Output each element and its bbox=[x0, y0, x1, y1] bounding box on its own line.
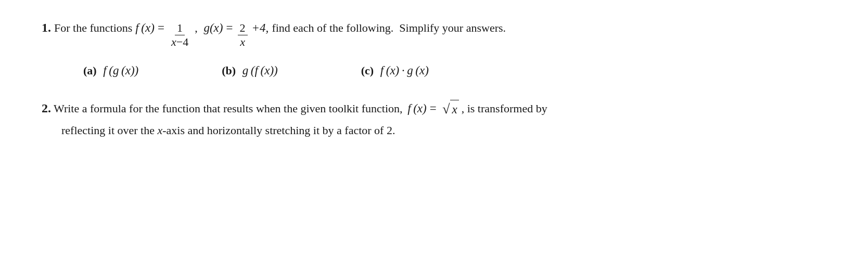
part-a-expr: f (g (x)) bbox=[101, 64, 139, 77]
g-fraction: 2 x bbox=[238, 21, 248, 49]
problem-1-statement: 1. For the functions f (x) = 1 x−4 , g(x… bbox=[42, 21, 826, 49]
g-denominator: x bbox=[238, 35, 247, 49]
f-name: f (x) = bbox=[135, 21, 165, 34]
sqrt-symbol: √ bbox=[442, 102, 450, 116]
f-definition: f (x) = bbox=[135, 21, 165, 35]
problem-2-line1-before: Write a formula for the function that re… bbox=[54, 99, 403, 118]
problem-1-parts: (a) f (g (x)) (b) g (f (x)) (c) f (x) · … bbox=[83, 64, 826, 77]
part-c: (c) f (x) · g (x) bbox=[361, 64, 429, 77]
sqrt-wrapper: √ x bbox=[442, 100, 459, 120]
problem-2-number: 2. bbox=[42, 98, 51, 118]
problem-2-fx: f (x) = √ x bbox=[405, 99, 459, 120]
part-c-label: (c) bbox=[361, 64, 374, 77]
problem-2: 2. Write a formula for the function that… bbox=[42, 98, 826, 140]
problem-1-tail: find each of the following. Simplify you… bbox=[272, 21, 506, 35]
g-plus-4: +4, bbox=[252, 21, 269, 35]
part-b: (b) g (f (x)) bbox=[222, 64, 277, 77]
part-a-label: (a) bbox=[83, 64, 97, 77]
problem-1: 1. For the functions f (x) = 1 x−4 , g(x… bbox=[42, 21, 826, 77]
problem-2-line1-after: , is transformed by bbox=[462, 99, 547, 118]
problem-2-text: 2. Write a formula for the function that… bbox=[42, 98, 822, 140]
problem-2-line2: reflecting it over the x-axis and horizo… bbox=[61, 121, 822, 139]
f-fraction: 1 x−4 bbox=[169, 21, 190, 49]
part-b-label: (b) bbox=[222, 64, 236, 77]
part-b-expr: g (f (x)) bbox=[240, 64, 278, 77]
problem-1-intro: For the functions bbox=[54, 21, 132, 35]
problem-1-number: 1. bbox=[42, 21, 51, 35]
f-denominator: x−4 bbox=[169, 35, 190, 49]
comma-separator: , bbox=[195, 21, 198, 35]
part-a: (a) f (g (x)) bbox=[83, 64, 138, 77]
g-definition-prefix: g(x) = bbox=[201, 21, 234, 35]
problem-2-line1: 2. Write a formula for the function that… bbox=[42, 98, 822, 120]
sqrt-content: x bbox=[450, 100, 458, 120]
f-numerator: 1 bbox=[175, 21, 185, 35]
part-c-expr: f (x) · g (x) bbox=[378, 64, 429, 77]
g-numerator: 2 bbox=[238, 21, 248, 35]
